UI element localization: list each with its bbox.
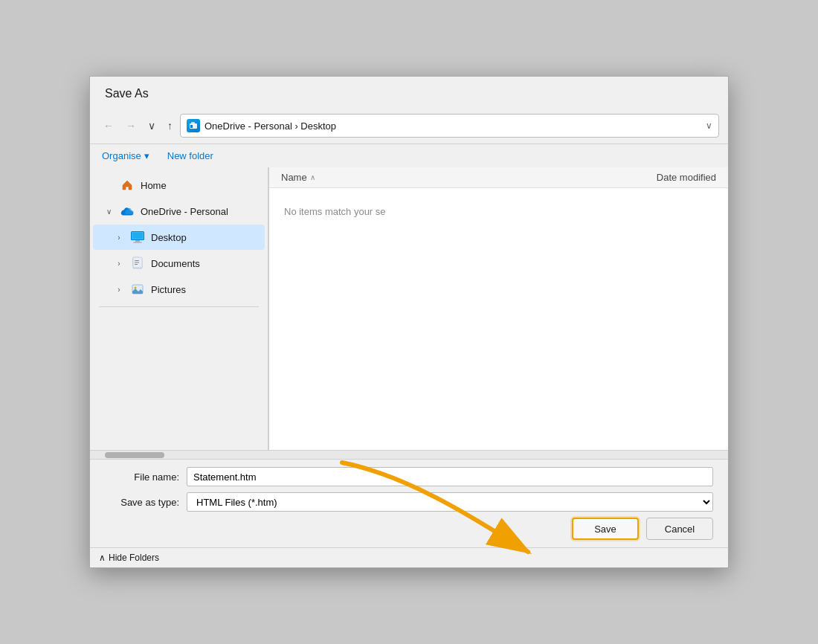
filetype-label: Save as type: [105,497,187,508]
hide-folders-button[interactable]: ∧ Hide Folders [99,553,159,563]
toolbar: Organise ▾ New folder [90,144,728,167]
sidebar-item-onedrive[interactable]: ∨ OneDrive - Personal [93,199,265,224]
bottom-area: File name: Save as type: HTML Files (*.h… [90,459,728,547]
file-list-empty-message: No items match your se [269,188,728,235]
sort-icon: ∧ [310,173,315,181]
action-row: Save Cancel [105,518,713,540]
cancel-button[interactable]: Cancel [646,518,713,540]
sidebar-item-onedrive-label: OneDrive - Personal [141,206,228,217]
sidebar-item-pictures-label: Pictures [151,284,186,295]
address-text: OneDrive - Personal › Desktop [204,120,701,132]
history-dropdown-button[interactable]: ∨ [144,117,160,135]
up-button[interactable]: ↑ [163,117,177,135]
sidebar-item-documents-label: Documents [151,258,200,269]
svg-rect-7 [132,233,143,239]
save-as-dialog: Save As ← → ∨ ↑ [89,76,729,568]
scrollbar-thumb[interactable] [105,452,164,458]
expand-icon: › [114,286,124,294]
dialog-title: Save As [105,87,149,100]
nav-bar: ← → ∨ ↑ OneDrive - Pe [90,108,728,144]
file-list: Name ∧ Date modified No items match your… [268,167,728,450]
file-list-header: Name ∧ Date modified [269,167,728,188]
svg-rect-16 [135,264,138,265]
footer-bar: ∧ Hide Folders [90,547,728,567]
onedrive-icon [120,204,135,219]
svg-rect-2 [190,125,193,128]
forward-button[interactable]: → [121,117,141,135]
filename-label: File name: [105,471,187,483]
svg-rect-6 [133,242,142,243]
expand-icon: › [114,234,124,242]
sidebar-item-pictures[interactable]: › Pictures [93,277,265,302]
hide-folders-expand-icon: ∧ [99,553,106,563]
expand-icon: ∨ [103,207,114,216]
hide-folders-label: Hide Folders [109,553,159,563]
address-bar[interactable]: OneDrive - Personal › Desktop ∨ [180,114,719,138]
sidebar: Home ∨ OneDrive - Personal › [90,167,268,450]
sidebar-item-home[interactable]: Home [93,173,265,198]
pictures-icon [130,282,145,297]
organise-button[interactable]: Organise ▾ [99,149,152,163]
svg-rect-1 [191,122,195,124]
content-area: Home ∨ OneDrive - Personal › [90,167,728,450]
svg-rect-5 [135,240,140,242]
organise-dropdown-icon: ▾ [144,150,149,161]
column-date-modified[interactable]: Date modified [605,172,716,183]
documents-icon [130,256,145,271]
svg-rect-15 [135,263,139,263]
filename-input[interactable] [187,467,713,486]
save-button[interactable]: Save [572,518,639,540]
new-folder-button[interactable]: New folder [164,149,216,163]
column-name[interactable]: Name ∧ [281,172,605,183]
sidebar-item-documents[interactable]: › Docum [93,251,265,276]
desktop-icon [130,230,145,245]
filename-row: File name: [105,467,713,486]
expand-icon: › [114,260,124,268]
sidebar-item-desktop-label: Desktop [151,232,187,243]
address-icon [187,119,200,132]
svg-rect-14 [135,260,139,261]
horizontal-scrollbar[interactable] [90,450,728,459]
filetype-select[interactable]: HTML Files (*.htm) [187,492,713,512]
address-chevron-icon: ∨ [706,120,712,131]
back-button[interactable]: ← [99,117,118,135]
title-bar: Save As [90,77,728,108]
filetype-row: Save as type: HTML Files (*.htm) [105,492,713,512]
home-icon [120,178,135,193]
sidebar-divider [99,306,259,307]
sidebar-item-home-label: Home [141,180,167,191]
sidebar-item-desktop[interactable]: › Desktop [93,225,265,250]
